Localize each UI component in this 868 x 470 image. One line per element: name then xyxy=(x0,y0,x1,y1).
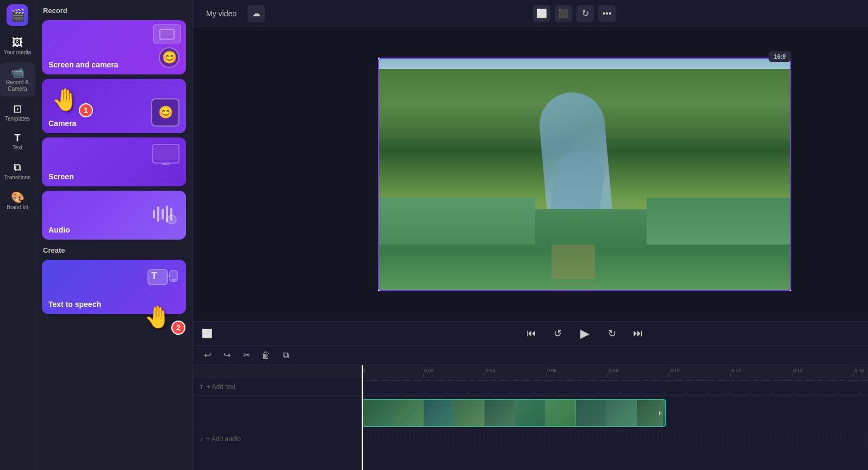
ruler-mark-008: 0:08 xyxy=(607,368,669,377)
sidebar-item-your-media[interactable]: 🖼 Your media xyxy=(0,33,35,60)
camera-card[interactable]: Camera 😊 xyxy=(42,79,186,133)
tts-icon: T xyxy=(147,265,179,297)
create-section-title: Create xyxy=(42,246,186,254)
delete-button[interactable]: 🗑 xyxy=(258,348,274,363)
camera-label: Camera xyxy=(48,119,76,128)
rewind-button[interactable]: ↺ xyxy=(549,325,566,342)
cut-button[interactable]: ✂ xyxy=(239,348,254,363)
video-container: 16:9 xyxy=(378,58,791,291)
ruler-mark-006: 0:06 xyxy=(546,368,607,377)
thumb-4 xyxy=(454,400,485,426)
clip-pause-right: ⏸ xyxy=(658,410,663,416)
app-logo: 🎬 xyxy=(7,4,28,26)
thumb-2 xyxy=(393,400,424,426)
handle-bottom-right[interactable] xyxy=(789,289,791,291)
sidebar-label-brand-kit: Brand kit xyxy=(7,204,28,211)
audio-label: Audio xyxy=(48,225,70,234)
skip-to-start-button[interactable]: ⏮ xyxy=(523,325,540,342)
sidebar-item-transitions[interactable]: ⧉ Transitions xyxy=(0,158,35,185)
screen-card[interactable]: Screen xyxy=(42,137,186,186)
thumb-3 xyxy=(424,400,454,426)
record-section-title: Record xyxy=(42,7,186,15)
left-sidebar: 🎬 🖼 Your media 📹 Record &Camera ⊡ Templa… xyxy=(0,0,35,470)
ruler-mark-0: 0 xyxy=(362,368,423,377)
tts-card[interactable]: Text to speech T xyxy=(42,260,186,314)
sidebar-item-templates[interactable]: ⊡ Templates xyxy=(0,99,35,127)
ruler-mark-002: 0:02 xyxy=(423,368,485,377)
save-to-cloud-button[interactable]: ☁ xyxy=(247,5,265,22)
ruler-mark-004: 0:04 xyxy=(485,368,546,377)
rotate-button[interactable]: ↻ xyxy=(576,5,594,22)
add-text-track-area[interactable] xyxy=(362,380,868,393)
playback-bar: ⬜ ⏮ ↺ ▶ ↻ ⏭ ⛶ xyxy=(193,321,868,345)
timeline-playhead[interactable] xyxy=(362,365,363,470)
sidebar-label-your-media: Your media xyxy=(4,49,31,56)
video-title: My video xyxy=(202,7,241,20)
sidebar-item-text[interactable]: T Text xyxy=(0,129,35,155)
text-icon: T xyxy=(15,133,21,143)
clip-thumbnails xyxy=(363,400,665,426)
camera-face-preview: 😊 xyxy=(159,47,179,68)
svg-rect-4 xyxy=(162,164,170,165)
svg-text:♪: ♪ xyxy=(170,217,173,223)
svg-rect-6 xyxy=(157,206,159,222)
add-text-track-row: T + Add text xyxy=(193,378,868,396)
resize-button[interactable]: ⬛ xyxy=(555,5,572,22)
add-text-label[interactable]: T + Add text xyxy=(200,383,235,391)
screen-label: Screen xyxy=(48,172,74,181)
ruler-mark-014: 0:14 xyxy=(792,368,853,377)
ruler-mark-012: 0:12 xyxy=(730,368,792,377)
sidebar-item-brand-kit[interactable]: 🎨 Brand kit xyxy=(0,187,35,215)
screen-preview-thumb xyxy=(153,24,181,43)
top-bar-controls: ⬜ ⬛ ↻ ••• xyxy=(533,5,616,22)
timeline-area: ↩ ↪ ✂ 🗑 ⧉ 00:00.00 / 00:10.00 − + ⤢ 0 xyxy=(193,345,868,470)
audio-card[interactable]: Audio ♪ xyxy=(42,191,186,240)
step2-badge: 2 xyxy=(171,321,185,335)
add-text-text: + Add text xyxy=(207,383,236,391)
timeline-toolbar: ↩ ↪ ✂ 🗑 ⧉ 00:00.00 / 00:10.00 − + ⤢ xyxy=(193,346,868,365)
add-audio-label[interactable]: ♪ + Add audio xyxy=(200,435,241,443)
templates-icon: ⊡ xyxy=(13,103,22,114)
screen-and-camera-card[interactable]: Screen and camera 😊 xyxy=(42,20,186,74)
camera-icon: 📹 xyxy=(11,67,24,78)
skip-to-end-button[interactable]: ⏭ xyxy=(629,325,647,342)
screen-card-icon xyxy=(152,144,179,168)
sky-area xyxy=(378,58,791,70)
audio-waveform-icon: ♪ xyxy=(150,203,177,227)
video-clip[interactable]: ⏸ ⏸ xyxy=(362,399,666,427)
top-bar-left: My video ☁ xyxy=(202,5,265,22)
ruler-mark-016: 0:16 xyxy=(853,368,868,377)
thumb-1 xyxy=(363,400,393,426)
tts-label: Text to speech xyxy=(48,300,101,309)
screen-camera-preview xyxy=(153,24,181,43)
sidebar-label-record-camera: Record &Camera xyxy=(6,79,29,92)
svg-rect-1 xyxy=(161,30,173,37)
record-panel: Record Screen and camera 😊 Camera 😊 Scre… xyxy=(35,0,193,470)
mask-button[interactable]: ⬜ xyxy=(202,328,213,339)
thumb-8 xyxy=(576,400,606,426)
undo-button[interactable]: ↩ xyxy=(200,348,215,363)
camera-face-preview-2: 😊 xyxy=(151,98,179,127)
add-audio-track-area[interactable] xyxy=(362,433,868,446)
sidebar-label-templates: Templates xyxy=(5,116,30,122)
transitions-icon: ⧉ xyxy=(14,162,21,173)
sidebar-item-record-camera[interactable]: 📹 Record &Camera xyxy=(0,62,35,97)
redo-button[interactable]: ↪ xyxy=(219,348,234,363)
timeline-tracks-container: 0 0:02 0:04 0:06 xyxy=(193,365,868,470)
thumb-5 xyxy=(485,400,515,426)
forward-button[interactable]: ↻ xyxy=(603,325,621,342)
right-grass xyxy=(647,198,791,245)
duplicate-button[interactable]: ⧉ xyxy=(278,348,293,363)
sidebar-label-text: Text xyxy=(13,145,22,151)
sidebar-label-transitions: Transitions xyxy=(4,174,31,181)
top-bar: My video ☁ ⬜ ⬛ ↻ ••• CC Captions ↑ Expor… xyxy=(193,0,868,27)
play-pause-button[interactable]: ▶ xyxy=(575,324,594,343)
thumb-9 xyxy=(606,400,637,426)
brand-icon: 🎨 xyxy=(11,192,24,203)
screen-camera-label: Screen and camera xyxy=(48,60,118,69)
ruler-mark-010: 0:10 xyxy=(669,368,730,377)
crop-button[interactable]: ⬜ xyxy=(533,5,550,22)
svg-rect-7 xyxy=(162,209,164,220)
svg-text:T: T xyxy=(151,271,157,281)
more-options-button[interactable]: ••• xyxy=(598,5,616,22)
